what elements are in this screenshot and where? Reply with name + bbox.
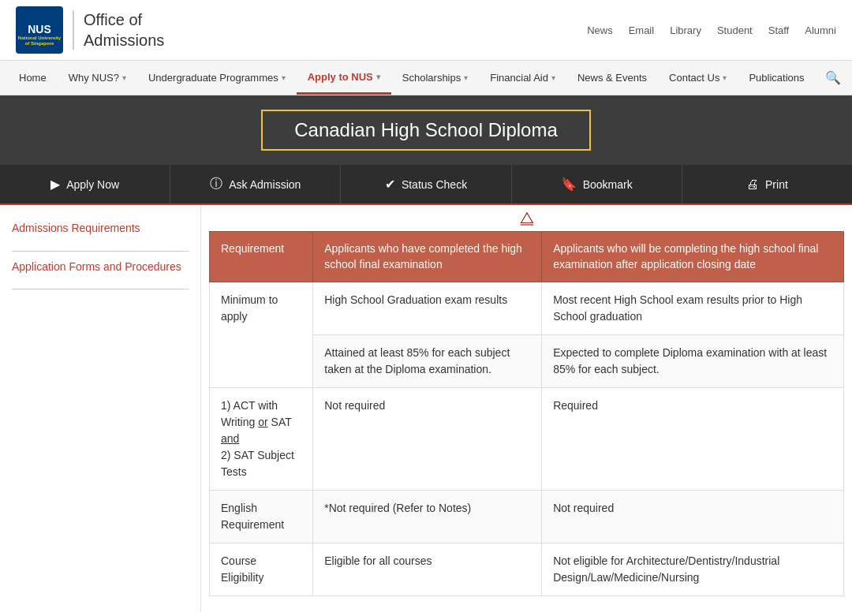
chevron-down-icon: ▾ [464, 73, 468, 82]
top-link-library[interactable]: Library [670, 24, 701, 36]
requirements-table: Requirement Applicants who have complete… [209, 231, 844, 596]
col1-cell-minimum: High School Graduation exam results [313, 282, 542, 335]
col-header-requirement: Requirement [210, 232, 313, 282]
chevron-down-icon: ▾ [723, 73, 727, 82]
table-row: 1) ACT with Writing or SAT and2) SAT Sub… [210, 388, 844, 491]
nav-financial-aid[interactable]: Financial Aid ▾ [479, 62, 566, 93]
ask-admission-button[interactable]: ⓘ Ask Admission [170, 165, 341, 203]
chevron-down-icon: ▾ [376, 73, 380, 81]
chevron-down-icon: ▾ [122, 73, 126, 82]
status-check-label: Status Check [402, 178, 467, 191]
req-cell-act: 1) ACT with Writing or SAT and2) SAT Sub… [210, 388, 313, 491]
table-area: ⧋ Requirement Applicants who have comple… [201, 205, 852, 612]
nav-why-nus[interactable]: Why NUS? ▾ [58, 62, 137, 93]
col-header-completed: Applicants who have completed the high s… [313, 232, 542, 282]
table-header-row: Requirement Applicants who have complete… [210, 232, 844, 282]
nav-contact[interactable]: Contact Us ▾ [658, 62, 738, 93]
svg-text:of Singapore: of Singapore [25, 41, 54, 46]
req-cell-minimum: Minimum to apply [210, 282, 313, 388]
expand-arrow[interactable]: ⧋ [209, 205, 844, 231]
question-icon: ⓘ [210, 176, 222, 192]
cursor-icon: ▶ [50, 177, 60, 192]
logo-divider [73, 10, 74, 50]
svg-text:NUS: NUS [28, 23, 51, 35]
sidebar: Admissions Requirements Application Form… [0, 205, 201, 612]
sidebar-divider [12, 251, 189, 252]
office-title: Office ofAdmissions [84, 9, 164, 50]
col1-cell-minimum-b: Attained at least 85% for each subject t… [313, 335, 542, 388]
nav-home[interactable]: Home [8, 62, 58, 93]
req-cell-course: Course Eligibility [210, 543, 313, 596]
top-bar: NUS National University of Singapore Off… [0, 0, 852, 61]
print-button[interactable]: 🖨 Print [682, 165, 852, 203]
logo-area: NUS National University of Singapore Off… [16, 6, 164, 54]
col2-cell-minimum: Most recent High School exam results pri… [542, 282, 844, 335]
chevron-down-icon: ▾ [551, 73, 555, 82]
svg-text:National University: National University [18, 35, 62, 40]
sidebar-link-forms[interactable]: Application Forms and Procedures [12, 259, 189, 275]
apply-now-label: Apply Now [66, 178, 119, 191]
page-title: Canadian High School Diploma [261, 110, 591, 151]
col-header-completing: Applicants who will be completing the hi… [542, 232, 844, 282]
col1-cell-english: *Not required (Refer to Notes) [313, 491, 542, 543]
main-content: Admissions Requirements Application Form… [0, 205, 852, 612]
bookmark-label: Bookmark [583, 178, 633, 191]
bookmark-icon: 🔖 [561, 177, 577, 192]
top-link-news[interactable]: News [587, 24, 613, 36]
col2-cell-english: Not required [542, 491, 844, 543]
col1-cell-act: Not required [313, 388, 542, 491]
print-label: Print [765, 178, 788, 191]
nav-undergrad[interactable]: Undergraduate Programmes ▾ [137, 62, 297, 93]
nav-apply[interactable]: Apply to NUS ▾ [297, 62, 391, 95]
apply-now-button[interactable]: ▶ Apply Now [0, 165, 170, 203]
req-cell-english: English Requirement [210, 491, 313, 543]
top-links: News Email Library Student Staff Alumni [587, 24, 836, 36]
top-link-email[interactable]: Email [629, 24, 655, 36]
sidebar-link-admissions[interactable]: Admissions Requirements [12, 221, 189, 237]
table-row: Course Eligibility Eligible for all cour… [210, 543, 844, 596]
nav-scholarships[interactable]: Scholarships ▾ [391, 62, 479, 93]
status-check-button[interactable]: ✔ Status Check [341, 165, 511, 203]
page-title-banner: Canadian High School Diploma [0, 95, 852, 165]
nus-logo: NUS National University of Singapore [16, 6, 63, 54]
chevron-down-icon: ▾ [282, 73, 286, 82]
print-icon: 🖨 [746, 177, 759, 192]
nav-publications[interactable]: Publications [738, 62, 815, 93]
search-icon[interactable]: 🔍 [816, 61, 850, 95]
top-link-alumni[interactable]: Alumni [805, 24, 836, 36]
col2-cell-act: Required [542, 388, 844, 491]
nav-bar: Home Why NUS? ▾ Undergraduate Programmes… [0, 61, 852, 95]
action-bar: ▶ Apply Now ⓘ Ask Admission ✔ Status Che… [0, 165, 852, 205]
col2-cell-minimum-b: Expected to complete Diploma examination… [542, 335, 844, 388]
sidebar-divider-2 [12, 289, 189, 289]
table-row: Minimum to apply High School Graduation … [210, 282, 844, 335]
checkmark-icon: ✔ [385, 177, 395, 192]
top-link-student[interactable]: Student [717, 24, 753, 36]
ask-admission-label: Ask Admission [229, 178, 301, 191]
nav-news-events[interactable]: News & Events [566, 62, 658, 93]
top-link-staff[interactable]: Staff [768, 24, 790, 36]
table-row: English Requirement *Not required (Refer… [210, 491, 844, 543]
col1-cell-course: Eligible for all courses [313, 543, 542, 596]
col2-cell-course: Not eligible for Architecture/Dentistry/… [542, 543, 844, 596]
bookmark-button[interactable]: 🔖 Bookmark [512, 165, 682, 203]
